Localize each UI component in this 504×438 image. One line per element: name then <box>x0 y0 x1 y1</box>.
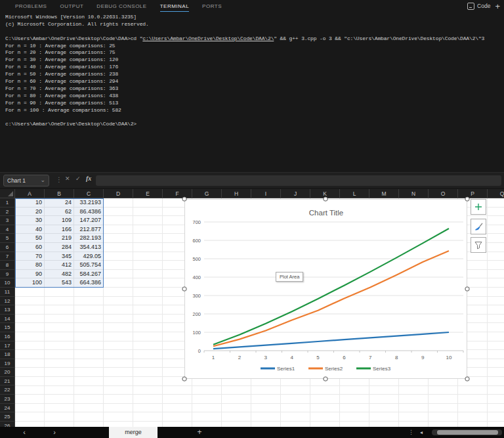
column-header-F[interactable]: F <box>163 189 192 198</box>
cell-A4[interactable]: 40 <box>15 225 45 234</box>
column-header-Q[interactable]: Q <box>488 189 504 198</box>
row-header-22[interactable]: 22 <box>0 385 15 395</box>
chart-handle-top-left[interactable] <box>182 197 187 202</box>
column-header-L[interactable]: L <box>340 189 369 198</box>
chart-filters-button[interactable] <box>471 237 486 253</box>
row-header-4[interactable]: 4 <box>0 225 15 234</box>
row-header-8[interactable]: 8 <box>0 261 15 270</box>
panel-tab-problems[interactable]: PROBLEMS <box>15 1 47 12</box>
row-header-18[interactable]: 18 <box>0 350 15 359</box>
column-header-H[interactable]: H <box>222 189 251 198</box>
panel-tab-ports[interactable]: PORTS <box>202 1 222 12</box>
panel-tab-terminal[interactable]: TERMINAL <box>160 1 189 12</box>
panel-tab-output[interactable]: OUTPUT <box>60 1 83 12</box>
next-sheet-button[interactable]: › <box>50 427 59 438</box>
cancel-icon[interactable]: ✕ <box>65 175 70 182</box>
row-header-16[interactable]: 16 <box>0 332 15 341</box>
fx-icon[interactable]: fx <box>86 175 91 182</box>
terminal-profile-tab[interactable]: Code <box>467 3 490 10</box>
chart-handle-bottom-right[interactable] <box>465 377 470 382</box>
cell-C2[interactable]: 86.4386 <box>74 208 104 217</box>
cell-A6[interactable]: 60 <box>15 243 45 252</box>
cell-B10[interactable]: 543 <box>45 278 74 288</box>
row-header-17[interactable]: 17 <box>0 341 15 351</box>
row-header-14[interactable]: 14 <box>0 315 15 324</box>
column-header-N[interactable]: N <box>399 189 429 198</box>
row-header-2[interactable]: 2 <box>0 208 15 217</box>
cell-B9[interactable]: 482 <box>45 270 74 279</box>
add-sheet-button[interactable]: + <box>194 427 205 438</box>
sheet-tab-merge[interactable]: merge <box>109 427 158 438</box>
cell-A5[interactable]: 50 <box>15 234 45 243</box>
cell-C4[interactable]: 212.877 <box>74 225 104 234</box>
cell-C10[interactable]: 664.386 <box>74 278 104 288</box>
chart-styles-button[interactable] <box>471 219 486 234</box>
row-header-26[interactable]: 26 <box>0 422 15 427</box>
cell-A10[interactable]: 100 <box>15 278 45 288</box>
row-header-1[interactable]: 1 <box>0 198 15 208</box>
cell-B3[interactable]: 109 <box>45 216 74 225</box>
row-header-11[interactable]: 11 <box>0 288 15 297</box>
cell-C6[interactable]: 354.413 <box>74 243 104 252</box>
horizontal-scrollbar-track[interactable] <box>432 429 502 435</box>
chart-handle-top-middle[interactable] <box>324 197 328 202</box>
terminal-path-link[interactable]: c:\Users\Ambar\OneDrive\Desktop\Code\DAA… <box>142 35 274 41</box>
column-header-P[interactable]: P <box>458 189 488 198</box>
row-header-19[interactable]: 19 <box>0 359 15 368</box>
chart-handle-middle-left[interactable] <box>182 287 187 292</box>
cell-A2[interactable]: 20 <box>15 208 45 217</box>
column-header-I[interactable]: I <box>251 189 281 198</box>
cell-C7[interactable]: 429.05 <box>74 252 104 261</box>
cell-A8[interactable]: 80 <box>15 261 45 270</box>
cell-A1[interactable]: 10 <box>15 198 45 208</box>
row-header-6[interactable]: 6 <box>0 243 15 252</box>
column-header-C[interactable]: C <box>74 189 104 198</box>
prev-sheet-button[interactable]: ‹ <box>20 427 29 438</box>
more-options-icon[interactable]: ⋮ <box>408 427 414 438</box>
cell-B6[interactable]: 284 <box>45 243 74 252</box>
cell-C3[interactable]: 147.207 <box>74 216 104 225</box>
cell-C1[interactable]: 33.2193 <box>74 198 104 208</box>
row-header-3[interactable]: 3 <box>0 216 15 225</box>
cell-C8[interactable]: 505.754 <box>74 261 104 270</box>
chart-handle-bottom-middle[interactable] <box>324 377 328 382</box>
cell-A7[interactable]: 70 <box>15 252 45 261</box>
column-header-D[interactable]: D <box>104 189 133 198</box>
chart-handle-top-right[interactable] <box>465 197 470 202</box>
column-header-O[interactable]: O <box>429 189 458 198</box>
row-header-9[interactable]: 9 <box>0 270 15 279</box>
row-header-12[interactable]: 12 <box>0 297 15 306</box>
row-header-25[interactable]: 25 <box>0 412 15 422</box>
chart-object[interactable]: 010020030040050060070012345678910Chart T… <box>184 199 467 379</box>
new-terminal-button[interactable]: + <box>495 2 500 11</box>
cell-B4[interactable]: 166 <box>45 225 74 234</box>
cell-B7[interactable]: 345 <box>45 252 74 261</box>
column-header-G[interactable]: G <box>192 189 222 198</box>
cell-A9[interactable]: 90 <box>15 270 45 279</box>
column-header-M[interactable]: M <box>369 189 399 198</box>
row-header-10[interactable]: 10 <box>0 278 15 288</box>
row-header-5[interactable]: 5 <box>0 234 15 243</box>
confirm-icon[interactable]: ✓ <box>75 175 81 182</box>
chart-handle-bottom-left[interactable] <box>182 377 187 382</box>
row-header-21[interactable]: 21 <box>0 377 15 386</box>
row-header-13[interactable]: 13 <box>0 305 15 315</box>
row-header-7[interactable]: 7 <box>0 252 15 261</box>
column-header-B[interactable]: B <box>45 189 74 198</box>
column-header-E[interactable]: E <box>133 189 163 198</box>
column-header-A[interactable]: A <box>15 189 45 198</box>
panel-tab-debug-console[interactable]: DEBUG CONSOLE <box>96 1 146 12</box>
row-header-23[interactable]: 23 <box>0 395 15 404</box>
row-header-20[interactable]: 20 <box>0 368 15 377</box>
scroll-left-icon[interactable]: ◂ <box>420 427 423 438</box>
cell-B2[interactable]: 62 <box>45 208 74 217</box>
horizontal-scrollbar-thumb[interactable] <box>437 430 498 435</box>
chart-handle-middle-right[interactable] <box>465 287 470 292</box>
column-header-J[interactable]: J <box>281 189 310 198</box>
cell-B1[interactable]: 24 <box>45 198 74 208</box>
row-header-15[interactable]: 15 <box>0 323 15 332</box>
cell-B5[interactable]: 219 <box>45 234 74 243</box>
select-all-corner[interactable] <box>0 189 15 198</box>
cell-A3[interactable]: 30 <box>15 216 45 225</box>
cell-C9[interactable]: 584.267 <box>74 270 104 279</box>
